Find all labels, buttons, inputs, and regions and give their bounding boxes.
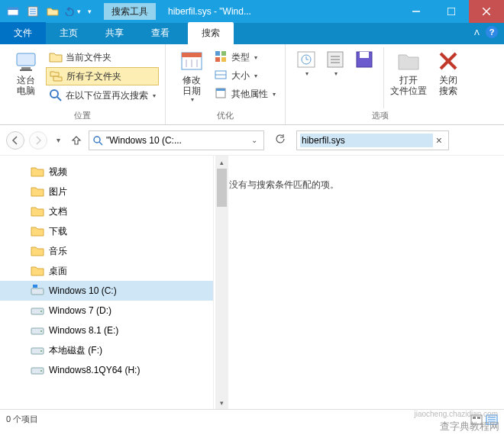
dropdown-icon: ▾ [334, 70, 338, 77]
ribbon-group-options: ▾ ▾ 打开 文件位置 关闭 搜索 选项 [286, 44, 474, 124]
this-pc-label: 这台 电脑 [17, 75, 35, 96]
refresh-button[interactable] [269, 134, 292, 147]
tree-item-label: 下载 [49, 225, 67, 238]
tree-item-label: 视频 [49, 166, 67, 179]
dropdown-icon: ▾ [191, 96, 194, 103]
tree-item[interactable]: 图片 [0, 182, 213, 201]
history-dropdown[interactable]: ▾ [52, 131, 64, 150]
group-label-refine: 优化 [172, 108, 279, 123]
context-tab-search-tools: 搜索工具 [104, 3, 156, 20]
current-folder-button[interactable]: 当前文件夹 [46, 49, 159, 66]
tree-item-label: 音乐 [49, 245, 67, 258]
tree-item-label: 桌面 [49, 265, 67, 278]
search-again-button[interactable]: 在以下位置再次搜索 ▾ [46, 87, 159, 104]
tree-item-label: 本地磁盘 (F:) [49, 344, 102, 357]
svg-rect-21 [221, 51, 226, 56]
tree-item-label: Windows 7 (D:) [49, 305, 111, 316]
address-bar[interactable]: ⌄ [89, 130, 264, 150]
tree-item[interactable]: 文档 [0, 201, 213, 221]
ribbon: 这台 电脑 当前文件夹 所有子文件夹 在以下位置再次搜索 ▾ 位置 [0, 44, 504, 125]
tab-home[interactable]: 主页 [46, 22, 92, 44]
svg-rect-43 [33, 285, 37, 288]
this-pc-button[interactable]: 这台 电脑 [6, 47, 46, 98]
svg-point-49 [40, 350, 42, 352]
ribbon-tabs: 文件 主页 共享 查看 搜索 ᐱ ? [0, 23, 504, 44]
size-label: 大小 [231, 69, 250, 82]
tree-item[interactable]: Windows 8.1 (E:) [0, 320, 213, 340]
size-button[interactable]: 大小 ▾ [212, 67, 279, 84]
search-box[interactable]: × [296, 130, 449, 150]
dropdown-icon: ▾ [273, 91, 276, 98]
dropdown-icon: ▾ [254, 54, 257, 61]
other-properties-button[interactable]: 其他属性 ▾ [212, 85, 279, 102]
tree-item-label: 图片 [49, 185, 67, 198]
minimize-button[interactable] [399, 0, 434, 23]
tree-item[interactable]: 下载 [0, 221, 213, 241]
svg-rect-1 [8, 8, 18, 10]
undo-icon[interactable]: ▾ [64, 3, 81, 20]
open-file-location-label: 打开 文件位置 [390, 75, 427, 96]
tab-search[interactable]: 搜索 [188, 22, 234, 45]
search-results-pane: 没有与搜索条件匹配的项。 [214, 156, 504, 409]
search-again-label: 在以下位置再次搜索 [66, 89, 148, 102]
new-folder-icon[interactable] [44, 3, 61, 20]
help-icon[interactable]: ? [486, 26, 498, 38]
qat-customize-icon[interactable]: ▾ [84, 3, 95, 20]
current-folder-label: 当前文件夹 [66, 51, 111, 64]
up-button[interactable] [69, 131, 84, 150]
tree-item[interactable]: Windows 10 (C:) [0, 281, 213, 301]
svg-point-45 [40, 311, 42, 312]
watermark-url: jiaocheng.chazidian.com [414, 410, 498, 418]
all-subfolders-label: 所有子文件夹 [66, 70, 121, 83]
content-area: 视频图片文档下载音乐桌面Windows 10 (C:)Windows 7 (D:… [0, 156, 504, 409]
svg-point-13 [50, 90, 58, 98]
tree-item[interactable]: Windows 7 (D:) [0, 301, 213, 320]
svg-rect-7 [447, 8, 455, 15]
clear-search-icon[interactable]: × [433, 134, 445, 147]
open-file-location-button: 打开 文件位置 [389, 47, 428, 98]
svg-rect-10 [17, 53, 35, 66]
app-menu-icon[interactable] [5, 3, 21, 20]
tab-view[interactable]: 查看 [137, 22, 183, 44]
forward-button[interactable] [29, 131, 47, 150]
properties-icon[interactable] [24, 3, 41, 20]
tree-item[interactable]: 音乐 [0, 241, 213, 261]
tree-item[interactable]: 本地磁盘 (F:) [0, 340, 213, 360]
tab-file[interactable]: 文件 [0, 22, 46, 44]
address-dropdown-icon[interactable]: ⌄ [248, 136, 260, 144]
quick-access-toolbar: ▾ ▾ [0, 3, 99, 20]
search-icon [92, 135, 103, 146]
other-properties-label: 其他属性 [231, 88, 268, 101]
close-search-label: 关闭 搜索 [439, 75, 457, 96]
recent-searches-button[interactable]: ▾ [292, 47, 321, 79]
window-title: hiberfil.sys - "Wind... [156, 6, 399, 17]
back-button[interactable] [6, 131, 24, 150]
search-input[interactable] [300, 134, 433, 147]
tree-item-label: Windows8.1QY64 (H:) [49, 365, 140, 375]
maximize-button[interactable] [434, 0, 469, 23]
date-modified-button[interactable]: 修改 日期 ▾ [172, 47, 212, 105]
navigation-tree[interactable]: 视频图片文档下载音乐桌面Windows 10 (C:)Windows 7 (D:… [0, 156, 214, 409]
all-subfolders-button[interactable]: 所有子文件夹 [46, 67, 159, 85]
tab-share[interactable]: 共享 [92, 22, 137, 44]
tree-item[interactable]: Windows8.1QY64 (H:) [0, 360, 213, 380]
ribbon-collapse-icon[interactable]: ᐱ [474, 28, 480, 37]
date-modified-label: 修改 日期 [183, 75, 201, 96]
svg-rect-20 [215, 51, 220, 56]
close-search-button[interactable]: 关闭 搜索 [428, 47, 468, 98]
svg-line-14 [57, 97, 61, 101]
save-search-button[interactable] [350, 47, 379, 72]
kind-label: 类型 [231, 51, 250, 64]
address-input[interactable] [106, 135, 245, 146]
tree-item[interactable]: 桌面 [0, 261, 213, 281]
advanced-button[interactable]: ▾ [321, 47, 350, 79]
close-button[interactable] [469, 0, 504, 23]
ribbon-group-location: 这台 电脑 当前文件夹 所有子文件夹 在以下位置再次搜索 ▾ 位置 [0, 44, 166, 124]
navigation-bar: ▾ ⌄ × [0, 125, 504, 156]
kind-button[interactable]: 类型 ▾ [212, 49, 279, 66]
dropdown-icon: ▾ [305, 70, 309, 77]
svg-rect-42 [31, 288, 44, 295]
group-label-location: 位置 [6, 108, 159, 123]
svg-rect-12 [20, 69, 32, 71]
tree-item[interactable]: 视频 [0, 162, 213, 182]
